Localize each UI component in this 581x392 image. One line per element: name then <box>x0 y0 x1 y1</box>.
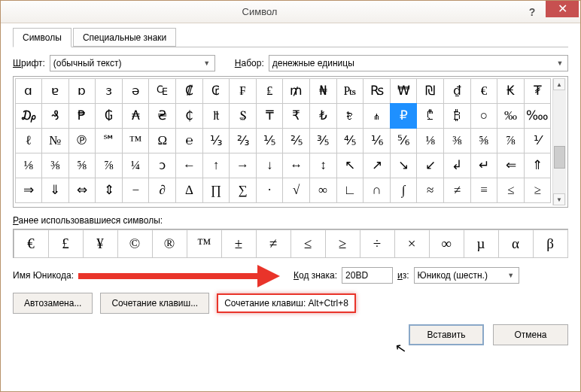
symbol-cell[interactable]: Ω <box>148 128 176 153</box>
from-select[interactable]: Юникод (шестн.) ▼ <box>414 267 519 284</box>
symbol-cell[interactable]: ≈ <box>416 178 444 203</box>
symbol-cell[interactable]: ⅘ <box>336 128 364 153</box>
recent-symbol-cell[interactable]: β <box>533 229 568 258</box>
symbol-cell[interactable]: ↄ <box>148 153 176 178</box>
recent-symbol-cell[interactable]: £ <box>48 229 84 258</box>
symbol-cell[interactable]: ɐ <box>41 78 69 104</box>
symbol-cell[interactable]: ⅜ <box>443 128 471 153</box>
symbol-cell[interactable]: ₠ <box>148 78 176 104</box>
symbol-cell[interactable]: ₩ <box>390 78 418 104</box>
symbol-cell[interactable]: ∩ <box>363 178 391 203</box>
symbol-cell[interactable]: ⅔ <box>229 128 257 153</box>
symbol-cell[interactable]: ₼ <box>363 103 391 129</box>
symbol-cell[interactable]: ⇑ <box>524 153 552 178</box>
recent-symbol-cell[interactable]: µ <box>464 229 499 258</box>
symbol-cell[interactable]: ⅝ <box>68 153 96 178</box>
symbol-cell[interactable]: ⅛ <box>416 128 444 153</box>
symbol-cell[interactable]: ₽ <box>390 103 418 129</box>
symbol-cell[interactable]: ɒ <box>68 78 96 104</box>
symbol-cell[interactable]: ₹ <box>282 103 310 129</box>
symbol-cell[interactable]: ⇐ <box>497 153 525 178</box>
symbol-cell[interactable]: ⇕ <box>95 178 123 203</box>
symbol-cell[interactable]: ₴ <box>148 103 176 129</box>
symbol-cell[interactable]: ≠ <box>443 178 471 203</box>
symbol-cell[interactable]: ₫ <box>443 78 471 104</box>
symbol-cell[interactable]: № <box>41 128 69 153</box>
symbol-cell[interactable]: ⇓ <box>41 178 69 203</box>
symbol-cell[interactable]: ∫ <box>390 178 418 203</box>
symbol-cell[interactable]: ¼ <box>122 153 150 178</box>
symbol-cell[interactable]: − <box>122 178 150 203</box>
symbol-cell[interactable]: ↖ <box>336 153 364 178</box>
symbol-cell[interactable]: ɜ <box>95 78 123 104</box>
font-select[interactable]: (обычный текст) ▼ <box>50 55 215 71</box>
symbol-cell[interactable]: ↔ <box>282 153 310 178</box>
symbol-cell[interactable]: ₷ <box>229 103 257 129</box>
cancel-button[interactable]: Отмена <box>493 324 568 345</box>
symbol-cell[interactable]: ↘ <box>390 153 418 178</box>
symbol-cell[interactable]: ₮ <box>524 78 552 104</box>
symbol-cell[interactable]: ≤ <box>497 178 525 203</box>
close-button[interactable]: ✕ <box>546 1 579 17</box>
symbol-cell[interactable]: ⅛ <box>15 153 43 178</box>
symbol-cell[interactable]: ₵ <box>175 103 203 129</box>
symbol-cell[interactable]: ₤ <box>256 78 284 104</box>
symbol-cell[interactable]: ₲ <box>95 103 123 129</box>
recent-symbol-cell[interactable]: ≠ <box>256 229 291 258</box>
symbol-cell[interactable]: ₿ <box>443 103 471 129</box>
symbol-cell[interactable]: € <box>470 78 498 104</box>
symbol-cell[interactable]: ⇒ <box>15 178 43 203</box>
symbol-cell[interactable]: ₾ <box>416 103 444 129</box>
recent-symbol-cell[interactable]: × <box>394 229 430 258</box>
recent-symbol-cell[interactable]: ÷ <box>360 229 395 258</box>
symbol-cell[interactable]: ‰ <box>497 103 525 129</box>
recent-symbol-cell[interactable]: ≤ <box>290 229 326 258</box>
help-button[interactable]: ? <box>519 4 546 20</box>
symbol-cell[interactable]: ⅟ <box>524 128 552 153</box>
scroll-down-icon[interactable]: ▼ <box>553 193 565 205</box>
symbol-cell[interactable]: ⅕ <box>256 128 284 153</box>
symbol-cell[interactable]: ↕ <box>309 153 337 178</box>
symbol-cell[interactable]: ⅖ <box>282 128 310 153</box>
symbol-cell[interactable]: ∙ <box>256 178 284 203</box>
symbol-cell[interactable]: ₭ <box>497 78 525 104</box>
symbol-cell[interactable]: ₣ <box>229 78 257 104</box>
symbol-cell[interactable]: ₡ <box>175 78 203 104</box>
symbol-cell[interactable]: ₯ <box>15 103 43 129</box>
symbol-cell[interactable]: ∆ <box>175 178 203 203</box>
scroll-thumb[interactable] <box>554 146 565 169</box>
symbol-cell[interactable]: ₧ <box>336 78 364 104</box>
symbol-cell[interactable]: ∟ <box>336 178 364 203</box>
tab-special[interactable]: Специальные знаки <box>73 28 176 47</box>
symbol-cell[interactable]: → <box>229 153 257 178</box>
symbol-cell[interactable]: ∑ <box>229 178 257 203</box>
code-input[interactable]: 20BD <box>342 267 393 284</box>
recent-symbol-cell[interactable]: ¥ <box>83 229 118 258</box>
recent-symbol-cell[interactable]: α <box>498 229 534 258</box>
symbol-cell[interactable]: ⅜ <box>41 153 69 178</box>
symbol-cell[interactable]: ₻ <box>336 103 364 129</box>
recent-symbol-cell[interactable]: ∞ <box>429 229 464 258</box>
symbol-cell[interactable]: ↵ <box>470 153 498 178</box>
symbol-cell[interactable]: ⅝ <box>470 128 498 153</box>
subset-select[interactable]: денежные единицы ▼ <box>269 55 568 71</box>
symbol-cell[interactable]: ₺ <box>309 103 337 129</box>
symbol-cell[interactable]: ⅚ <box>390 128 418 153</box>
symbol-cell[interactable]: ₥ <box>282 78 310 104</box>
recent-symbol-cell[interactable]: € <box>14 229 49 258</box>
symbol-cell[interactable]: ⅙ <box>363 128 391 153</box>
symbol-cell[interactable]: ○ <box>470 103 498 129</box>
recent-symbol-cell[interactable]: ± <box>221 229 257 258</box>
symbol-cell[interactable]: ⅞ <box>95 153 123 178</box>
symbol-cell[interactable]: ⅞ <box>497 128 525 153</box>
symbol-cell[interactable]: ™ <box>122 128 150 153</box>
symbol-cell[interactable]: ₱ <box>68 103 96 129</box>
recent-symbol-cell[interactable]: © <box>117 229 153 258</box>
symbol-cell[interactable]: ₪ <box>416 78 444 104</box>
autocorrect-button[interactable]: Автозамена... <box>13 293 93 314</box>
symbol-cell[interactable]: ← <box>175 153 203 178</box>
symbol-cell[interactable]: ℮ <box>175 128 203 153</box>
symbol-cell[interactable]: ∏ <box>202 178 230 203</box>
symbol-cell[interactable]: ≥ <box>524 178 552 203</box>
insert-button[interactable]: Вставить <box>409 324 484 345</box>
